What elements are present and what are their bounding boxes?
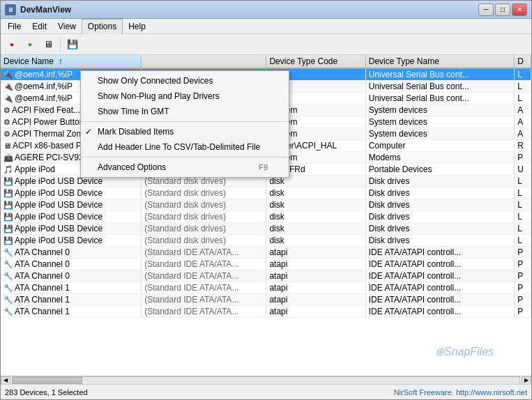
cell-typename: IDE ATA/ATAPI controll... (365, 306, 515, 318)
cell-typecode: atapi (266, 270, 365, 282)
row-icon: 🖥 (3, 141, 11, 150)
table-row[interactable]: 🔧ATA Channel 1 (Standard IDE ATA/ATA... … (1, 282, 531, 294)
col-slash[interactable] (142, 55, 266, 68)
separator-2 (81, 157, 289, 157)
cell-d: L (515, 81, 531, 93)
row-icon: 💾 (3, 236, 13, 245)
menu-view[interactable]: View (52, 19, 82, 34)
horizontal-scrollbar[interactable] (12, 376, 520, 385)
row-icon: ⚙ (3, 106, 10, 114)
menu-show-gmt[interactable]: Show Time In GMT (81, 104, 289, 119)
cell-d: P (515, 259, 531, 270)
cell-name: 🔧ATA Channel 0 (1, 247, 142, 259)
cell-name: 💾Apple iPod USB Device (1, 223, 142, 235)
cell-typename: Disk drives (365, 235, 515, 247)
cell-d: L (515, 199, 531, 211)
cell-d: U (515, 164, 531, 176)
cell-slash: (Standard IDE ATA/ATA... (142, 270, 266, 282)
col-type-code[interactable]: Device Type Code (266, 55, 365, 68)
table-row[interactable]: 💾Apple iPod USB Device (Standard disk dr… (1, 199, 531, 211)
menu-help[interactable]: Help (123, 19, 151, 34)
cell-typename: Modems (365, 152, 515, 164)
cell-name: 🔧ATA Channel 0 (1, 270, 142, 282)
cell-typecode: disk (266, 223, 365, 235)
cell-name: 🔧ATA Channel 1 (1, 306, 142, 318)
cell-d: A (515, 116, 531, 128)
cell-d: L (515, 176, 531, 187)
col-device-name[interactable]: Device Name ↑ (1, 55, 142, 68)
cell-d: A (515, 128, 531, 140)
cell-name: 🔧ATA Channel 1 (1, 294, 142, 306)
cell-typename: System devices (365, 116, 515, 128)
cell-typename: Computer (365, 140, 515, 152)
table-row[interactable]: 🔧ATA Channel 0 (Standard IDE ATA/ATA... … (1, 270, 531, 282)
cell-typename: IDE ATA/ATAPI controll... (365, 282, 515, 294)
cell-typename: Portable Devices (365, 164, 515, 176)
device-manager-button[interactable]: 🖥 (40, 36, 56, 53)
menu-edit[interactable]: Edit (26, 19, 52, 34)
row-icon: 🔧 (3, 307, 13, 316)
title-bar-buttons: ─ □ ✕ (478, 3, 527, 16)
separator-1 (81, 121, 289, 122)
menu-advanced-options[interactable]: Advanced Options F9 (81, 160, 289, 175)
cell-slash: (Standard IDE ATA/ATA... (142, 282, 266, 294)
cell-name: 🔧ATA Channel 0 (1, 259, 142, 270)
title-bar: 🖥 DevManView ─ □ ✕ (1, 1, 531, 19)
table-row[interactable]: 🔧ATA Channel 1 (Standard IDE ATA/ATA... … (1, 306, 531, 318)
cell-slash: (Standard IDE ATA/ATA... (142, 247, 266, 259)
table-row[interactable]: 💾Apple iPod USB Device (Standard disk dr… (1, 223, 531, 235)
cell-d: L (515, 235, 531, 247)
cell-typename: System devices (365, 105, 515, 116)
cell-slash: (Standard disk drives) (142, 235, 266, 247)
maximize-button[interactable]: □ (495, 3, 510, 16)
options-dropdown: Show Only Connected Devices Show Non-Plu… (80, 70, 289, 178)
menu-add-header[interactable]: Add Header Line To CSV/Tab-Delimited Fil… (81, 139, 289, 155)
cell-slash: (Standard disk drives) (142, 211, 266, 223)
table-row[interactable]: 💾Apple iPod USB Device (Standard disk dr… (1, 211, 531, 223)
cell-d: P (515, 306, 531, 318)
cell-typename: IDE ATA/ATAPI controll... (365, 247, 515, 259)
cell-d: R (515, 140, 531, 152)
table-row[interactable]: 🔧ATA Channel 0 (Standard IDE ATA/ATA... … (1, 247, 531, 259)
cell-slash: (Standard disk drives) (142, 199, 266, 211)
cell-typename: Disk drives (365, 176, 515, 187)
save-button[interactable]: 💾 (64, 36, 81, 53)
menu-file[interactable]: File (2, 19, 26, 34)
green-dot-button[interactable]: ● (22, 36, 38, 53)
table-row[interactable]: 🔧ATA Channel 1 (Standard IDE ATA/ATA... … (1, 294, 531, 306)
scrollbar-thumb[interactable] (13, 377, 82, 384)
close-button[interactable]: ✕ (512, 3, 527, 16)
snapfiles-watermark: ⊕SnapFiles (434, 340, 517, 363)
table-row[interactable]: 💾Apple iPod USB Device (Standard disk dr… (1, 235, 531, 247)
cell-d: L (515, 93, 531, 105)
col-d[interactable]: D (515, 55, 531, 68)
row-icon: 🔌 (3, 70, 13, 79)
red-dot-button[interactable]: ● (3, 36, 20, 53)
menu-options[interactable]: Options (82, 19, 123, 34)
table-row[interactable]: 💾Apple iPod USB Device (Standard disk dr… (1, 187, 531, 199)
row-icon: ⚙ (3, 130, 10, 138)
cell-name: 🔧ATA Channel 1 (1, 282, 142, 294)
scroll-left-btn[interactable]: ◀ (1, 376, 10, 385)
table-row[interactable]: 🔧ATA Channel 0 (Standard IDE ATA/ATA... … (1, 259, 531, 270)
toolbar-separator-1 (60, 38, 61, 52)
cell-d: A (515, 105, 531, 116)
cell-typecode: disk (266, 211, 365, 223)
cell-slash: (Standard disk drives) (142, 223, 266, 235)
cell-d: L (515, 223, 531, 235)
row-icon: 🔧 (3, 295, 13, 304)
cell-slash: (Standard disk drives) (142, 187, 266, 199)
check-markdisabled: ✓ (85, 127, 92, 137)
menu-show-nonplug[interactable]: Show Non-Plug and Play Drivers (81, 89, 289, 104)
cell-d: L (515, 187, 531, 199)
scroll-right-btn[interactable]: ▶ (522, 376, 531, 385)
cell-typename: IDE ATA/ATAPI controll... (365, 259, 515, 270)
row-icon: 💾 (3, 189, 13, 197)
minimize-button[interactable]: ─ (478, 3, 494, 16)
cell-typecode: atapi (266, 247, 365, 259)
col-type-name[interactable]: Device Type Name (365, 55, 515, 68)
menu-show-connected[interactable]: Show Only Connected Devices (81, 73, 289, 89)
menu-mark-disabled[interactable]: ✓ Mark Disabled Items (81, 124, 289, 139)
shortcut-advanced: F9 (259, 163, 268, 171)
cell-typecode: atapi (266, 306, 365, 318)
